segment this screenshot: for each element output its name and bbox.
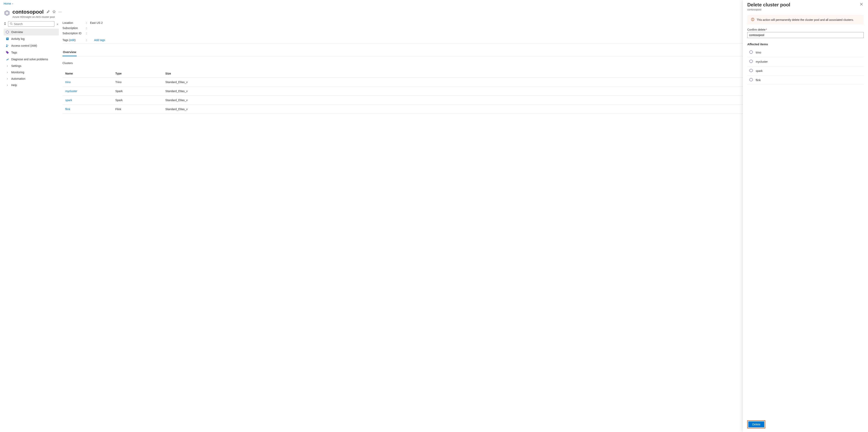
diagnose-icon	[6, 57, 9, 61]
chevron-right-icon: ›	[6, 64, 9, 67]
affected-item-name: mycluster	[756, 60, 768, 63]
svg-marker-1	[6, 11, 8, 15]
access-control-icon	[6, 44, 9, 48]
chevron-right-icon: ›	[12, 2, 13, 5]
svg-marker-19	[749, 78, 753, 81]
svg-marker-18	[749, 69, 753, 72]
svg-point-9	[8, 45, 8, 46]
overview-icon	[6, 30, 9, 34]
sidebar-item-overview[interactable]: Overview	[4, 29, 59, 35]
svg-point-15	[752, 20, 753, 21]
sidebar-item-label: Overview	[11, 30, 23, 34]
sidebar-item-access-control[interactable]: Access control (IAM)	[4, 42, 59, 49]
chevron-right-icon: ›	[6, 77, 9, 80]
affected-items-list: trino mycluster spark flink	[747, 48, 864, 85]
delete-button[interactable]: Delete	[748, 422, 764, 427]
panel-title: Delete cluster pool	[747, 2, 790, 8]
affected-item-name: spark	[756, 69, 763, 73]
cluster-pool-icon	[4, 10, 10, 17]
sidebar-item-label: Settings	[11, 64, 22, 67]
affected-item: spark	[747, 66, 864, 76]
delete-panel: Delete cluster pool contosopool This act…	[743, 0, 868, 432]
star-icon[interactable]	[53, 10, 56, 14]
svg-marker-16	[749, 51, 753, 54]
warning-banner: This action will permanently delete the …	[747, 15, 864, 24]
more-icon[interactable]: ⋯	[58, 10, 62, 14]
sidebar-item-label: Automation	[11, 77, 25, 80]
svg-point-10	[6, 52, 7, 52]
sidebar-item-label: Monitoring	[11, 71, 24, 74]
tags-icon	[6, 51, 9, 54]
close-icon[interactable]	[859, 2, 864, 7]
sidebar-item-label: Diagnose and solve problems	[11, 58, 48, 61]
affected-item: trino	[747, 48, 864, 57]
affected-items-title: Affected items	[747, 42, 864, 46]
sidebar-item-label: Activity log	[11, 37, 25, 40]
cluster-icon	[749, 59, 753, 64]
confirm-delete-label: Confirm delete*	[747, 28, 864, 31]
cluster-icon	[749, 78, 753, 82]
tab-overview[interactable]: Overview	[62, 48, 77, 56]
sidebar-item-monitoring[interactable]: › Monitoring	[4, 69, 59, 76]
pin-icon[interactable]	[46, 10, 50, 14]
cluster-type: Spark	[113, 87, 162, 96]
sidebar-item-automation[interactable]: › Automation	[4, 76, 59, 82]
prop-label-location: Location	[62, 21, 86, 24]
affected-item: mycluster	[747, 57, 864, 66]
chevron-right-icon: ›	[6, 84, 9, 87]
sidebar-item-label: Tags	[11, 51, 17, 54]
chevron-right-icon: ›	[6, 71, 9, 74]
collapse-sidebar-icon[interactable]: «	[56, 23, 59, 26]
col-name[interactable]: Name	[62, 69, 113, 78]
sidebar-item-settings[interactable]: › Settings	[4, 63, 59, 69]
prop-label-subscription: Subscription	[62, 26, 86, 30]
sidebar-item-diagnose[interactable]: Diagnose and solve problems	[4, 56, 59, 63]
cluster-type: Flink	[113, 105, 162, 114]
warning-text: This action will permanently delete the …	[757, 18, 854, 22]
cluster-icon	[749, 50, 753, 55]
svg-line-3	[12, 24, 12, 25]
sidebar-nav: Overview Activity log Access control (IA…	[4, 29, 59, 88]
sidebar-item-activity-log[interactable]: Activity log	[4, 35, 59, 42]
affected-item-name: trino	[756, 51, 761, 54]
cluster-icon	[749, 69, 753, 73]
svg-marker-0	[5, 10, 9, 16]
cluster-link[interactable]: flink	[65, 108, 70, 111]
page-subtitle: Azure HDInsight on AKS cluster pool	[12, 16, 62, 19]
col-type[interactable]: Type	[113, 69, 162, 78]
prop-label-subscription-id: Subscription ID	[62, 32, 86, 35]
page-title: contosopool	[12, 9, 44, 15]
sidebar-item-help[interactable]: › Help	[4, 82, 59, 88]
sort-icon[interactable]	[4, 22, 6, 26]
svg-rect-6	[7, 38, 8, 39]
affected-item-name: flink	[756, 79, 761, 82]
activity-log-icon	[6, 37, 9, 41]
search-icon	[10, 22, 12, 26]
search-input-wrapper[interactable]	[8, 21, 55, 27]
cluster-type: Spark	[113, 96, 162, 105]
sidebar-item-tags[interactable]: Tags	[4, 49, 59, 56]
confirm-delete-input[interactable]	[747, 32, 864, 38]
breadcrumb: Home ›	[4, 2, 864, 5]
sidebar-item-label: Help	[11, 84, 17, 87]
edit-tags-link[interactable]: edit	[70, 38, 75, 42]
sidebar-item-label: Access control (IAM)	[11, 44, 37, 47]
breadcrumb-home[interactable]: Home	[4, 2, 11, 5]
prop-label-tags: Tags (edit)	[62, 38, 86, 42]
svg-point-2	[10, 23, 12, 24]
svg-marker-17	[749, 60, 753, 63]
search-input[interactable]	[14, 23, 53, 26]
svg-point-8	[6, 45, 7, 46]
warning-icon	[751, 18, 754, 22]
cluster-link[interactable]: spark	[65, 98, 72, 102]
panel-subtitle: contosopool	[747, 8, 790, 11]
affected-item: flink	[747, 76, 864, 85]
cluster-link[interactable]: mycluster	[65, 89, 77, 93]
delete-button-highlight: Delete	[747, 421, 765, 428]
svg-marker-4	[6, 31, 9, 33]
svg-rect-7	[7, 39, 8, 39]
cluster-type: Trino	[113, 78, 162, 87]
cluster-link[interactable]: trino	[65, 81, 71, 84]
add-tags-link[interactable]: Add tags	[94, 38, 105, 42]
